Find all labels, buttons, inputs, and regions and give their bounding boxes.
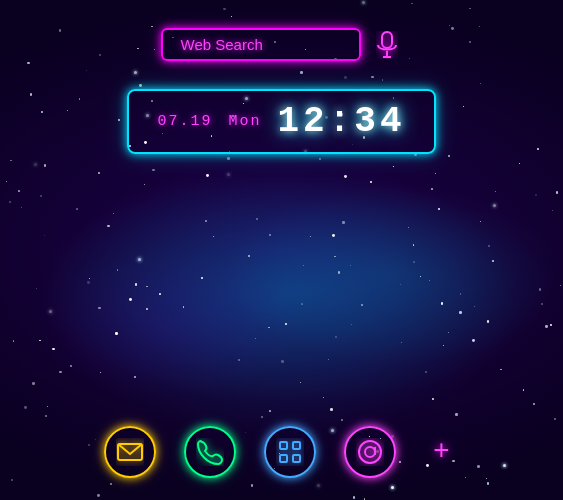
mic-icon xyxy=(376,31,398,59)
at-icon-button[interactable] xyxy=(344,426,396,478)
time-display: 12:34 xyxy=(278,101,406,142)
search-bar[interactable]: Web Search xyxy=(161,28,361,61)
mail-icon-button[interactable] xyxy=(104,426,156,478)
clock-widget: 07.19 Mon 12:34 xyxy=(127,89,435,154)
main-container: Web Search 07.19 Mon 12:34 xyxy=(0,0,563,500)
svg-rect-5 xyxy=(293,442,300,449)
mail-icon xyxy=(116,438,144,466)
phone-icon-button[interactable] xyxy=(184,426,236,478)
apps-icon-button[interactable] xyxy=(264,426,316,478)
apps-grid-icon xyxy=(276,438,304,466)
add-icon: + xyxy=(433,438,450,466)
phone-icon xyxy=(196,438,224,466)
add-button[interactable]: + xyxy=(424,434,460,470)
search-area: Web Search xyxy=(161,28,403,61)
mic-button[interactable] xyxy=(371,29,403,61)
svg-point-9 xyxy=(365,447,375,457)
bottom-dock: + xyxy=(104,426,460,478)
search-label: Web Search xyxy=(181,36,263,53)
svg-rect-0 xyxy=(382,32,392,48)
svg-rect-6 xyxy=(280,455,287,462)
date-display: 07.19 xyxy=(157,113,212,130)
svg-rect-7 xyxy=(293,455,300,462)
day-display: Mon xyxy=(228,113,261,130)
svg-rect-4 xyxy=(280,442,287,449)
svg-point-8 xyxy=(359,441,381,463)
at-icon xyxy=(356,438,384,466)
